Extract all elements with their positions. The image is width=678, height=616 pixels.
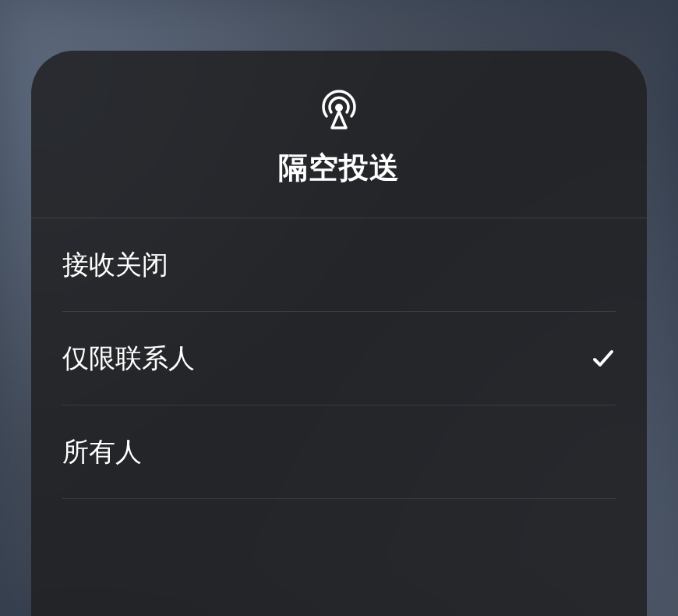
option-receiving-off[interactable]: 接收关闭 (31, 218, 647, 312)
panel-header: 隔空投送 (31, 51, 647, 218)
options-list: 接收关闭 仅限联系人 所有人 (31, 218, 647, 499)
option-everyone[interactable]: 所有人 (31, 405, 647, 499)
checkmark-icon (591, 346, 616, 371)
option-label: 接收关闭 (62, 247, 168, 283)
option-contacts-only[interactable]: 仅限联系人 (31, 312, 647, 405)
option-label: 仅限联系人 (62, 341, 195, 377)
airdrop-icon (316, 86, 362, 133)
panel-title: 隔空投送 (278, 148, 400, 188)
airdrop-settings-panel: 隔空投送 接收关闭 仅限联系人 所有人 (31, 51, 647, 616)
option-label: 所有人 (62, 434, 142, 470)
